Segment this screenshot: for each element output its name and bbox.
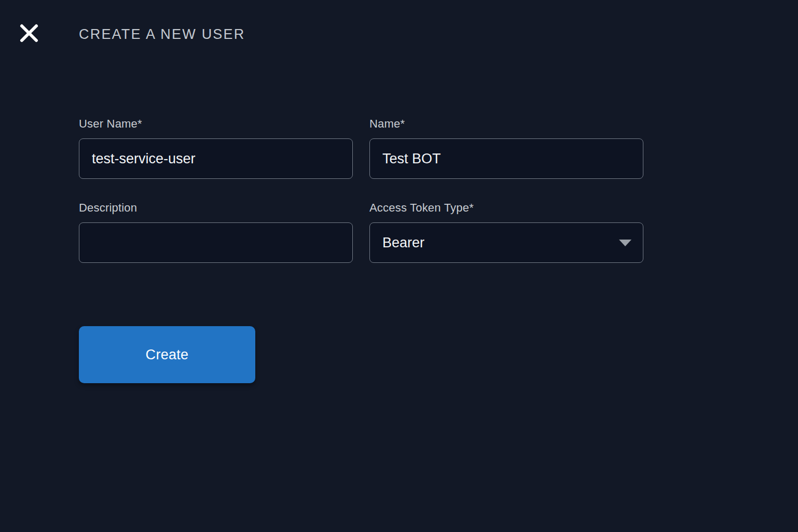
name-input[interactable] [369, 138, 643, 179]
page-title: CREATE A NEW USER [79, 25, 245, 44]
name-label: Name* [369, 115, 643, 133]
access-token-type-value: Bearer [382, 235, 424, 251]
create-user-screen: CREATE A NEW USER User Name* Name* Descr… [0, 0, 798, 532]
description-label-text: Description [79, 201, 137, 214]
name-label-text: Name [369, 117, 401, 130]
description-label: Description [79, 199, 353, 217]
user-name-label: User Name* [79, 115, 353, 133]
user-name-label-text: User Name [79, 117, 137, 130]
user-name-field: User Name* [79, 115, 353, 179]
access-token-type-label-text: Access Token Type [369, 201, 469, 214]
name-field: Name* [369, 115, 643, 179]
description-field: Description [79, 199, 353, 263]
access-token-type-label: Access Token Type* [369, 199, 643, 217]
close-icon [19, 23, 39, 44]
close-button[interactable] [16, 20, 43, 47]
create-button[interactable]: Create [79, 326, 255, 383]
name-required-marker: * [401, 117, 405, 130]
user-name-required-marker: * [137, 117, 142, 130]
description-input[interactable] [79, 222, 353, 263]
access-token-type-field: Access Token Type* Bearer [369, 199, 643, 263]
access-token-type-select[interactable]: Bearer [369, 222, 643, 263]
access-token-type-required-marker: * [469, 201, 474, 214]
chevron-down-icon [619, 240, 631, 246]
user-name-input[interactable] [79, 138, 353, 179]
